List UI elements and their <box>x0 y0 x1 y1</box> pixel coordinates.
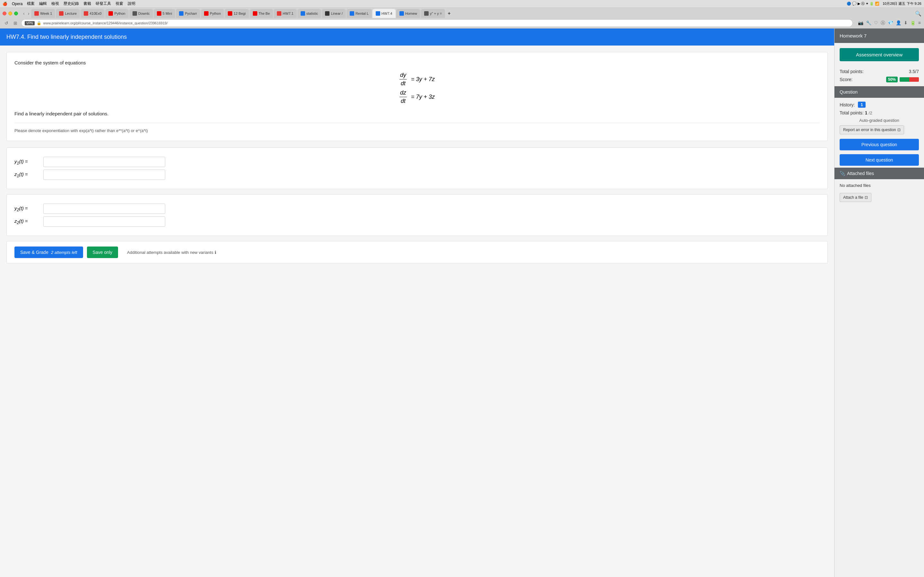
tab-thebe[interactable]: The Be <box>250 9 273 18</box>
maximize-button[interactable] <box>14 11 18 15</box>
next-question-label: Next question <box>866 157 893 163</box>
save-only-button[interactable]: Save only <box>87 247 118 258</box>
tab-favicon-5mini <box>157 11 162 16</box>
report-error-button[interactable]: Report an error in this question ⊡ <box>840 125 904 134</box>
note-text: Please denote exponentiation with exp(a*… <box>15 128 820 133</box>
new-tab-button[interactable]: + <box>447 11 451 16</box>
fraction-dz-dt: dz dt <box>399 89 407 105</box>
question-points-label: Total points: <box>840 110 864 115</box>
more-icon[interactable]: ≡ <box>918 20 921 26</box>
tab-favicon-ypp <box>424 11 429 16</box>
attempts-label: 2 attempts left <box>51 250 78 255</box>
tab-python1[interactable]: Python <box>105 9 128 18</box>
action-bar: Save & Grade 2 attempts left Save only A… <box>6 241 828 263</box>
amazon-icon[interactable]: Ⓐ <box>881 20 885 26</box>
sidebar-content: Assessment overview Total points: 3.5/7 … <box>835 43 924 208</box>
tab-pycharm[interactable]: Pycharr <box>176 9 200 18</box>
search-icon[interactable]: 🔍 <box>915 11 921 17</box>
tab-homework[interactable]: Homew <box>396 9 420 18</box>
battery-icon[interactable]: 🔋 <box>910 20 916 26</box>
tab-favicon-hw74 <box>376 11 380 16</box>
tab-label-python2: Python <box>210 11 221 15</box>
question-section-divider: Question <box>835 86 924 98</box>
tab-ypp[interactable]: y'' + y = <box>421 9 445 18</box>
question-title: HW7.4. Find two linearly independent sol… <box>6 34 127 40</box>
menu-history[interactable]: 歷史紀錄 <box>63 1 79 6</box>
additional-info: Additional attempts available with new v… <box>127 250 216 255</box>
apple-menu[interactable]: 🍎 <box>3 2 7 6</box>
menu-file[interactable]: 檔案 <box>27 1 35 6</box>
menu-bar: 🍎 Opera 檔案 編輯 檢視 歷史紀錄 書籤 研發工具 視窗 說明 🔵 💬 … <box>0 0 924 8</box>
menu-edit[interactable]: 編輯 <box>39 1 47 6</box>
z1-input[interactable] <box>43 169 165 180</box>
split-view-button[interactable]: ⊞ <box>12 20 19 26</box>
prev-question-button[interactable]: Previous question <box>840 139 919 150</box>
y1-input[interactable] <box>43 157 165 167</box>
tab-hw74[interactable]: HW7.4 <box>373 9 396 18</box>
attached-files-label: Attached files <box>847 171 874 176</box>
minimize-button[interactable] <box>8 11 12 15</box>
tab-label-5mini: 5 Mini <box>163 11 172 15</box>
tab-download[interactable]: Downlc <box>129 9 153 18</box>
tab-lecture[interactable]: Lecture <box>56 9 80 18</box>
score-bar-fill <box>900 77 909 82</box>
extensions-icon[interactable]: 🔧 <box>866 20 871 26</box>
menu-bookmarks[interactable]: 書籤 <box>83 1 91 6</box>
solution-1-group: y1(t) = z1(t) = <box>6 147 828 189</box>
menu-view[interactable]: 檢視 <box>51 1 59 6</box>
close-button[interactable] <box>3 11 6 15</box>
menu-devtools[interactable]: 研發工具 <box>95 1 111 6</box>
tab-linear[interactable]: Linear / <box>322 9 346 18</box>
tab-label-lecture: Lecture <box>65 11 77 15</box>
tab-410[interactable]: 410Ex0 <box>81 9 105 18</box>
tab-python2[interactable]: Python <box>201 9 224 18</box>
tab-favicon-pycharm <box>179 11 184 16</box>
tab-5mini[interactable]: 5 Mini <box>153 9 175 18</box>
next-question-button[interactable]: Next question <box>840 154 919 166</box>
y2-input[interactable] <box>43 203 165 214</box>
tab-statistics[interactable]: statistic <box>297 9 321 18</box>
history-row: History: 1 <box>840 102 919 108</box>
profile-icon[interactable]: 👤 <box>896 20 901 26</box>
address-bar-row: ↺ ⊞ VPN 🔒 www.prairielearn.org/pl/course… <box>0 18 924 28</box>
save-grade-button[interactable]: Save & Grade 2 attempts left <box>15 247 83 258</box>
z2-input[interactable] <box>43 216 165 227</box>
attached-files-header: 📎 Attached files <box>835 168 924 179</box>
question-points-value: 1 <box>865 110 867 115</box>
auto-grade-text: Auto-graded question <box>840 118 919 123</box>
wallet-icon[interactable]: 💎 <box>888 20 893 26</box>
tab-week1[interactable]: Week 1 <box>31 9 55 18</box>
tab-12begi[interactable]: 12 Begi <box>225 9 249 18</box>
assessment-overview-button[interactable]: Assessment overview <box>840 48 919 61</box>
tab-label-hw74: HW7.4 <box>381 11 393 15</box>
solution-2-group: y2(t) = z2(t) = <box>6 194 828 236</box>
attached-files-section: 📎 Attached files No attached files Attac… <box>835 168 924 202</box>
screenshot-icon[interactable]: 📷 <box>858 20 863 26</box>
tab-favicon-python1 <box>108 11 113 16</box>
forward-button[interactable]: › <box>27 10 31 17</box>
tab-favicon-lecture <box>59 11 63 16</box>
paperclip-icon: 📎 <box>840 171 845 176</box>
datetime: 10月28日 週五 下午 9:26 <box>883 1 921 6</box>
menu-opera[interactable]: Opera <box>12 2 23 6</box>
attach-file-button[interactable]: Attach a file ⊡ <box>840 193 871 202</box>
reload-button[interactable]: ↺ <box>3 20 10 26</box>
y2-row: y2(t) = <box>15 203 820 214</box>
tab-hw71[interactable]: HW7.1 <box>274 9 297 18</box>
menu-help[interactable]: 說明 <box>128 1 136 6</box>
url-display[interactable]: www.prairielearn.org/pl/course_instance/… <box>43 21 168 25</box>
question-section-label: Question <box>840 89 858 95</box>
tab-rental[interactable]: Rental L <box>347 9 372 18</box>
tab-label-rental: Rental L <box>355 11 368 15</box>
lock-icon: 🔒 <box>37 21 41 25</box>
traffic-lights <box>3 11 18 15</box>
bookmark-icon[interactable]: ♡ <box>874 20 878 26</box>
find-text: Find a linearly independent pair of solu… <box>15 111 820 116</box>
address-bar[interactable]: VPN 🔒 www.prairielearn.org/pl/course_ins… <box>21 19 853 27</box>
menu-window[interactable]: 視窗 <box>115 1 123 6</box>
question-intro: Consider the system of equations <box>15 60 820 65</box>
y1-row: y1(t) = <box>15 157 820 167</box>
back-button[interactable]: ‹ <box>22 10 26 17</box>
toolbar-icons: 📷 🔧 ♡ Ⓐ 💎 👤 ⬇ 🔋 ≡ <box>858 20 921 26</box>
download-icon[interactable]: ⬇ <box>904 20 908 26</box>
